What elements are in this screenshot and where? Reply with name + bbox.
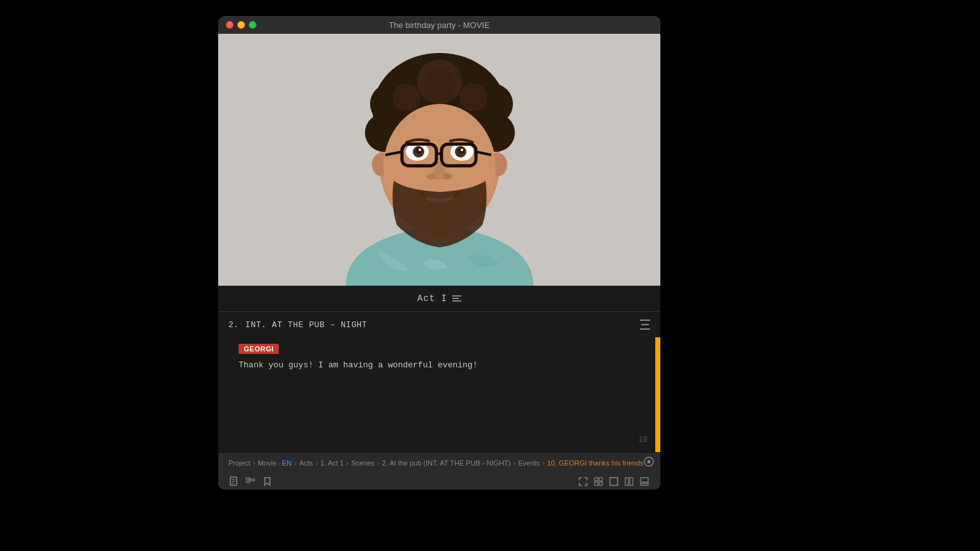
svg-rect-57 [641, 478, 648, 482]
scene-header: 2. INT. AT THE PUB – NIGHT [218, 312, 660, 337]
svg-point-16 [459, 84, 487, 112]
sep4: › [346, 459, 349, 467]
breadcrumb-events[interactable]: Events [518, 459, 540, 467]
svg-rect-44 [246, 478, 249, 480]
main-window: The birthday party - MOVIE [218, 16, 660, 490]
svg-rect-51 [599, 478, 602, 481]
breadcrumb-acts[interactable]: Acts [299, 459, 313, 467]
act-header: Act I [218, 286, 660, 312]
traffic-lights [226, 21, 256, 29]
line-number: 10 [639, 436, 648, 444]
svg-point-36 [387, 165, 413, 183]
dialogue-area: GEORGI Thank you guys! I am having a won… [218, 337, 660, 452]
breadcrumb: Project › Movie - EN › Acts › 1. Act 1 ›… [228, 459, 644, 467]
hierarchy-icon-button[interactable] [245, 476, 256, 487]
svg-rect-53 [599, 482, 602, 485]
minimize-button[interactable] [237, 21, 245, 29]
svg-point-35 [443, 173, 452, 180]
svg-rect-54 [610, 478, 618, 485]
toolbar-left [228, 476, 273, 487]
act-title: Act I [417, 293, 447, 304]
settings-icon[interactable] [644, 457, 654, 469]
breadcrumb-scenes[interactable]: Scenes [351, 459, 375, 467]
breadcrumb-lang[interactable]: EN [282, 459, 292, 467]
svg-rect-50 [595, 478, 598, 481]
svg-rect-45 [246, 481, 249, 483]
scene-title: INT. AT THE PUB – NIGHT [246, 320, 368, 330]
character-badge: GEORGI [239, 344, 279, 354]
breadcrumb-act1[interactable]: 1. Act 1 [320, 459, 344, 467]
columns-icon-button[interactable] [623, 476, 635, 487]
sep3: › [315, 459, 318, 467]
single-panel-icon-button[interactable] [608, 476, 620, 487]
sep6: › [514, 459, 516, 467]
breadcrumb-scene2[interactable]: 2. At the pub (INT. AT THE PUB - NIGHT) [382, 459, 511, 467]
svg-rect-56 [630, 478, 633, 485]
expand-icon-button[interactable] [577, 476, 589, 487]
sep2: › [294, 459, 297, 467]
script-icon-button[interactable] [228, 476, 240, 487]
breadcrumb-bar: Project › Movie - EN › Acts › 1. Act 1 ›… [218, 452, 660, 473]
svg-rect-52 [595, 482, 598, 485]
svg-point-15 [392, 84, 420, 112]
scroll-bar[interactable] [655, 337, 660, 452]
svg-rect-58 [641, 483, 648, 485]
script-area: Act I 2. INT. AT THE PUB – NIGHT GEORGI … [218, 286, 660, 452]
svg-point-39 [647, 460, 650, 464]
panel-icon-button[interactable] [639, 476, 650, 487]
svg-point-34 [427, 173, 436, 180]
act-menu-icon[interactable] [452, 295, 461, 302]
toolbar-right [577, 476, 650, 487]
sep1: › [253, 459, 255, 467]
svg-point-37 [466, 165, 492, 183]
titlebar: The birthday party - MOVIE [218, 16, 660, 34]
grid-icon-button[interactable] [593, 476, 604, 487]
close-button[interactable] [226, 21, 234, 29]
svg-point-28 [461, 149, 463, 151]
scene-number: 2. [228, 320, 239, 330]
svg-point-17 [424, 69, 456, 101]
bookmark-icon-button[interactable] [262, 476, 273, 487]
maximize-button[interactable] [249, 21, 256, 29]
svg-point-24 [419, 149, 421, 151]
window-title: The birthday party - MOVIE [389, 20, 489, 30]
toolbar [218, 473, 660, 490]
dialogue-text: Thank you guys! I am having a wonderful … [239, 359, 645, 372]
svg-rect-46 [251, 479, 255, 481]
breadcrumb-project[interactable]: Project [228, 459, 250, 467]
breadcrumb-movie: Movie - [258, 459, 281, 467]
portrait-area [218, 34, 660, 286]
sep7: › [542, 459, 545, 467]
svg-rect-55 [625, 478, 628, 485]
scene-menu-icon[interactable] [640, 320, 650, 330]
breadcrumb-event10[interactable]: 10. GEORGI thanks his friends [547, 459, 643, 467]
sep5: › [377, 459, 380, 467]
